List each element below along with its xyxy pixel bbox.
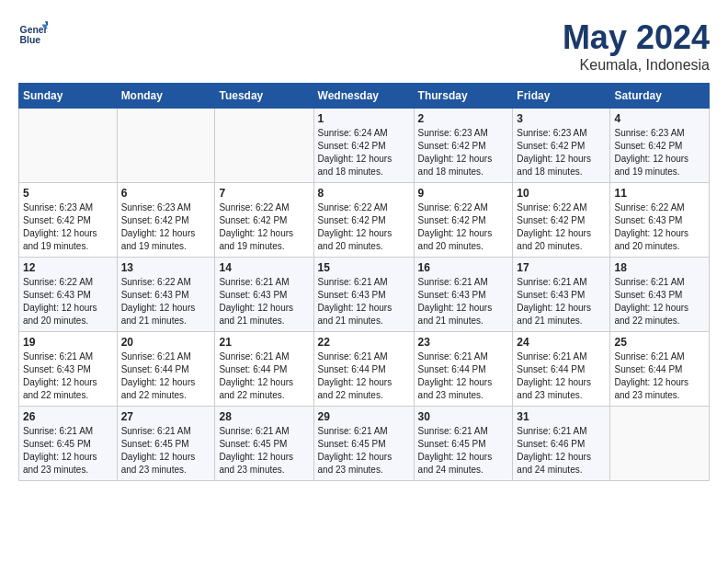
day-info: Sunrise: 6:24 AM Sunset: 6:42 PM Dayligh… [318,127,410,178]
day-info: Sunrise: 6:23 AM Sunset: 6:42 PM Dayligh… [121,201,211,253]
calendar-cell: 3Sunrise: 6:23 AM Sunset: 6:42 PM Daylig… [513,109,610,183]
day-info: Sunrise: 6:21 AM Sunset: 6:44 PM Dayligh… [318,350,410,402]
day-info: Sunrise: 6:21 AM Sunset: 6:43 PM Dayligh… [219,276,309,327]
svg-text:Blue: Blue [20,35,41,45]
calendar-cell: 5Sunrise: 6:23 AM Sunset: 6:42 PM Daylig… [19,183,118,258]
day-number: 23 [418,336,509,349]
calendar-cell [215,109,313,183]
calendar-cell: 29Sunrise: 6:21 AM Sunset: 6:45 PM Dayli… [313,407,414,481]
calendar-body: 1Sunrise: 6:24 AM Sunset: 6:42 PM Daylig… [19,109,710,481]
calendar-table: SundayMondayTuesdayWednesdayThursdayFrid… [18,83,710,481]
day-info: Sunrise: 6:21 AM Sunset: 6:46 PM Dayligh… [517,425,606,477]
day-number: 8 [318,187,410,200]
day-info: Sunrise: 6:23 AM Sunset: 6:42 PM Dayligh… [23,201,113,253]
day-info: Sunrise: 6:22 AM Sunset: 6:43 PM Dayligh… [614,201,705,253]
calendar-cell: 7Sunrise: 6:22 AM Sunset: 6:42 PM Daylig… [215,183,313,258]
calendar-cell: 6Sunrise: 6:23 AM Sunset: 6:42 PM Daylig… [117,183,215,258]
day-number: 31 [517,410,606,423]
calendar-cell: 8Sunrise: 6:22 AM Sunset: 6:42 PM Daylig… [313,183,414,258]
calendar-cell: 17Sunrise: 6:21 AM Sunset: 6:43 PM Dayli… [513,258,610,332]
day-info: Sunrise: 6:21 AM Sunset: 6:45 PM Dayligh… [121,425,211,477]
month-title: May 2024 [563,18,710,57]
logo: General Blue [18,18,48,48]
day-number: 22 [318,336,410,349]
calendar-cell [610,407,710,481]
calendar-cell: 15Sunrise: 6:21 AM Sunset: 6:43 PM Dayli… [313,258,414,332]
day-number: 19 [23,336,113,349]
calendar-cell: 4Sunrise: 6:23 AM Sunset: 6:42 PM Daylig… [610,109,710,183]
calendar-week-row: 26Sunrise: 6:21 AM Sunset: 6:45 PM Dayli… [19,407,710,481]
day-info: Sunrise: 6:22 AM Sunset: 6:43 PM Dayligh… [23,276,113,327]
calendar-cell: 19Sunrise: 6:21 AM Sunset: 6:43 PM Dayli… [19,332,118,407]
day-number: 14 [219,261,309,274]
calendar-week-row: 12Sunrise: 6:22 AM Sunset: 6:43 PM Dayli… [19,258,710,332]
day-info: Sunrise: 6:21 AM Sunset: 6:43 PM Dayligh… [418,276,509,327]
day-info: Sunrise: 6:21 AM Sunset: 6:45 PM Dayligh… [418,425,509,477]
day-info: Sunrise: 6:21 AM Sunset: 6:44 PM Dayligh… [418,350,509,402]
calendar-cell: 11Sunrise: 6:22 AM Sunset: 6:43 PM Dayli… [610,183,710,258]
day-number: 4 [614,112,705,125]
day-number: 21 [219,336,309,349]
calendar-cell: 24Sunrise: 6:21 AM Sunset: 6:44 PM Dayli… [513,332,610,407]
day-number: 30 [418,410,509,423]
day-number: 28 [219,410,309,423]
calendar-cell: 18Sunrise: 6:21 AM Sunset: 6:43 PM Dayli… [610,258,710,332]
calendar-cell: 1Sunrise: 6:24 AM Sunset: 6:42 PM Daylig… [313,109,414,183]
page-header: General Blue May 2024 Keumala, Indonesia [18,18,710,74]
weekday-header: Wednesday [313,84,414,109]
day-number: 13 [121,261,211,274]
day-number: 17 [517,261,606,274]
day-info: Sunrise: 6:23 AM Sunset: 6:42 PM Dayligh… [418,127,509,178]
calendar-cell: 2Sunrise: 6:23 AM Sunset: 6:42 PM Daylig… [414,109,513,183]
calendar-cell: 12Sunrise: 6:22 AM Sunset: 6:43 PM Dayli… [19,258,118,332]
day-number: 25 [614,336,705,349]
day-number: 6 [121,187,211,200]
calendar-cell: 23Sunrise: 6:21 AM Sunset: 6:44 PM Dayli… [414,332,513,407]
day-number: 7 [219,187,309,200]
day-number: 11 [614,187,705,200]
day-info: Sunrise: 6:23 AM Sunset: 6:42 PM Dayligh… [614,127,705,178]
day-info: Sunrise: 6:21 AM Sunset: 6:45 PM Dayligh… [219,425,309,477]
weekday-header: Thursday [414,84,513,109]
calendar-cell: 14Sunrise: 6:21 AM Sunset: 6:43 PM Dayli… [215,258,313,332]
calendar-week-row: 19Sunrise: 6:21 AM Sunset: 6:43 PM Dayli… [19,332,710,407]
day-info: Sunrise: 6:21 AM Sunset: 6:44 PM Dayligh… [517,350,606,402]
calendar-cell: 21Sunrise: 6:21 AM Sunset: 6:44 PM Dayli… [215,332,313,407]
day-info: Sunrise: 6:21 AM Sunset: 6:44 PM Dayligh… [614,350,705,402]
day-number: 10 [517,187,606,200]
calendar-week-row: 1Sunrise: 6:24 AM Sunset: 6:42 PM Daylig… [19,109,710,183]
calendar-cell: 20Sunrise: 6:21 AM Sunset: 6:44 PM Dayli… [117,332,215,407]
day-info: Sunrise: 6:21 AM Sunset: 6:43 PM Dayligh… [318,276,410,327]
day-info: Sunrise: 6:21 AM Sunset: 6:43 PM Dayligh… [23,350,113,402]
day-number: 16 [418,261,509,274]
day-info: Sunrise: 6:21 AM Sunset: 6:43 PM Dayligh… [517,276,606,327]
day-number: 9 [418,187,509,200]
calendar-cell: 26Sunrise: 6:21 AM Sunset: 6:45 PM Dayli… [19,407,118,481]
calendar-week-row: 5Sunrise: 6:23 AM Sunset: 6:42 PM Daylig… [19,183,710,258]
day-info: Sunrise: 6:22 AM Sunset: 6:42 PM Dayligh… [219,201,309,253]
day-info: Sunrise: 6:21 AM Sunset: 6:44 PM Dayligh… [121,350,211,402]
logo-icon: General Blue [18,18,48,48]
calendar-cell: 30Sunrise: 6:21 AM Sunset: 6:45 PM Dayli… [414,407,513,481]
calendar-cell: 9Sunrise: 6:22 AM Sunset: 6:42 PM Daylig… [414,183,513,258]
calendar-cell: 16Sunrise: 6:21 AM Sunset: 6:43 PM Dayli… [414,258,513,332]
day-info: Sunrise: 6:23 AM Sunset: 6:42 PM Dayligh… [517,127,606,178]
weekday-header: Tuesday [215,84,313,109]
calendar-cell: 22Sunrise: 6:21 AM Sunset: 6:44 PM Dayli… [313,332,414,407]
day-info: Sunrise: 6:22 AM Sunset: 6:42 PM Dayligh… [517,201,606,253]
day-number: 2 [418,112,509,125]
day-number: 24 [517,336,606,349]
calendar-header: SundayMondayTuesdayWednesdayThursdayFrid… [19,84,710,109]
day-info: Sunrise: 6:22 AM Sunset: 6:42 PM Dayligh… [418,201,509,253]
calendar-cell: 28Sunrise: 6:21 AM Sunset: 6:45 PM Dayli… [215,407,313,481]
day-number: 5 [23,187,113,200]
calendar-cell: 27Sunrise: 6:21 AM Sunset: 6:45 PM Dayli… [117,407,215,481]
weekday-header: Monday [117,84,215,109]
day-number: 1 [318,112,410,125]
day-number: 27 [121,410,211,423]
day-number: 20 [121,336,211,349]
day-info: Sunrise: 6:22 AM Sunset: 6:43 PM Dayligh… [121,276,211,327]
weekday-header: Friday [513,84,610,109]
day-number: 26 [23,410,113,423]
calendar-cell [19,109,118,183]
